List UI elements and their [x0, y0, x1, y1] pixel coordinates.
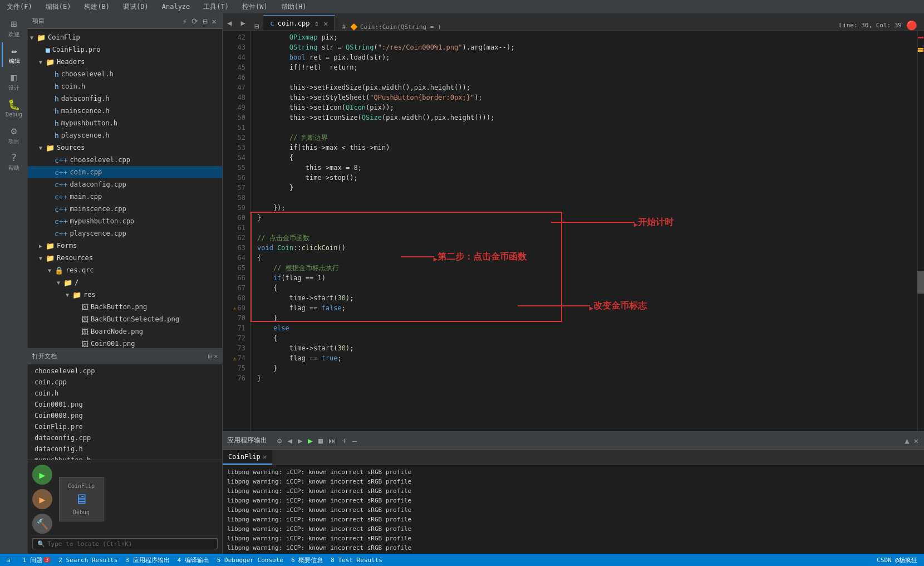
- tree-label-sources: Sources: [57, 144, 85, 152]
- tree-item-mypushbutton-h[interactable]: h mypushbutton.h: [28, 117, 222, 129]
- tab-coin-cpp[interactable]: c coin.cpp ⇕ ✕: [263, 15, 336, 31]
- open-doc-coin0001-png[interactable]: Coin0001.png: [28, 399, 222, 410]
- sidebar-item-debug[interactable]: 🐛 Debug: [2, 96, 26, 120]
- tab-back-button[interactable]: ◀: [223, 15, 236, 31]
- tab-nav-icon[interactable]: ⇕: [313, 16, 320, 31]
- tree-item-coinflip-pro[interactable]: ■ CoinFlip.pro: [28, 43, 222, 56]
- ln-69: 69: [223, 303, 245, 313]
- tree-item-main-cpp[interactable]: c++ main.cpp: [28, 191, 222, 203]
- sidebar-item-project[interactable]: ⚙ 项目: [2, 123, 26, 147]
- tree-item-playscence-cpp[interactable]: c++ playscence.cpp: [28, 227, 222, 240]
- tab-close-all-icon[interactable]: ⊟: [250, 22, 263, 31]
- ln-54: 54: [223, 153, 245, 163]
- tree-item-forms[interactable]: ▶ 📁 Forms: [28, 240, 222, 252]
- status-tab-test[interactable]: 8 Test Results: [327, 554, 386, 566]
- tree-item-res-folder[interactable]: ▼ 📁 res: [28, 289, 222, 301]
- tree-item-mainscence-cpp[interactable]: c++ mainscence.cpp: [28, 203, 222, 215]
- status-tab-debugger[interactable]: 5 Debugger Console: [214, 554, 287, 566]
- tree-item-coin-h[interactable]: h coin.h: [28, 80, 222, 92]
- menu-help[interactable]: 帮助(H): [279, 1, 309, 13]
- open-doc-coin-h[interactable]: coin.h: [28, 388, 222, 399]
- tree-item-backbuttonselected-png[interactable]: 🖼 BackButtonSelected.png: [28, 313, 222, 325]
- output-btn-stop[interactable]: ■: [317, 435, 324, 446]
- tree-item-resources[interactable]: ▼ 📁 Resources: [28, 252, 222, 264]
- menu-analyze[interactable]: Analyze: [160, 2, 193, 12]
- ln-72: 72: [223, 333, 245, 343]
- status-panel-toggle[interactable]: ⊟: [4, 557, 13, 564]
- tab-forward-button[interactable]: ▶: [236, 15, 249, 31]
- tree-item-playscence-h[interactable]: h playscence.h: [28, 129, 222, 142]
- output-btn-prev[interactable]: ◀: [286, 435, 293, 446]
- open-doc-coinflip-pro[interactable]: CoinFlip.pro: [28, 421, 222, 432]
- run-debug-button[interactable]: ▶: [32, 489, 52, 509]
- tree-item-mypushbutton-cpp[interactable]: c++ mypushbutton.cpp: [28, 215, 222, 227]
- open-doc-dataconfig-h[interactable]: dataconfig.h: [28, 443, 222, 455]
- tree-item-boardnode-png[interactable]: 🖼 BoardNode.png: [28, 325, 222, 338]
- tab-close-button[interactable]: ✕: [323, 19, 328, 28]
- open-doc-dataconfig-cpp[interactable]: dataconfig.cpp: [28, 432, 222, 443]
- tree-item-chooselevel-h[interactable]: h chooselevel.h: [28, 68, 222, 80]
- menu-build[interactable]: 构建(B): [82, 1, 112, 13]
- search-input-box[interactable]: 🔍 Type to locate (Ctrl+K): [32, 539, 218, 549]
- open-doc-chooselevel-cpp[interactable]: chooselevel.cpp: [28, 365, 222, 377]
- sidebar-item-help[interactable]: ? 帮助: [2, 149, 26, 174]
- status-tab-label-summary: 6 概要信息: [291, 556, 323, 564]
- close-panel-icon[interactable]: ✕: [211, 16, 218, 26]
- open-docs-close-icon[interactable]: ✕: [214, 353, 218, 360]
- output-tab-close[interactable]: ✕: [263, 453, 267, 461]
- sidebar-item-design[interactable]: ◧ 设计: [2, 69, 26, 94]
- tree-item-res-qrc[interactable]: ▼ 🔒 res.qrc: [28, 264, 222, 276]
- tree-item-coin001-png[interactable]: 🖼 Coin001.png: [28, 338, 222, 348]
- code-line-75: }: [257, 363, 917, 373]
- output-btn-add[interactable]: +: [341, 435, 347, 446]
- tree-item-backbutton-png[interactable]: 🖼 BackButton.png: [28, 301, 222, 313]
- tree-root[interactable]: ▼ 📁 CoinFlip: [28, 31, 222, 43]
- status-tab-search-results[interactable]: 2 Search Results: [55, 554, 121, 566]
- tree-item-coin-cpp[interactable]: c++ coin.cpp: [28, 166, 222, 178]
- tree-item-chooselevel-cpp[interactable]: c++ chooselevel.cpp: [28, 154, 222, 166]
- output-btn-remove[interactable]: —: [351, 435, 358, 446]
- status-tab-compile[interactable]: 4 编译输出: [174, 554, 213, 566]
- menu-tools[interactable]: 工具(T): [201, 1, 231, 13]
- open-docs-layout-icon[interactable]: ⊟: [208, 353, 212, 360]
- output-btn-forward[interactable]: ⏭: [327, 435, 337, 446]
- status-tab-app-output[interactable]: 3 应用程序输出: [122, 554, 173, 566]
- sidebar-item-edit[interactable]: ✏ 编辑: [2, 42, 26, 67]
- tree-item-mainscence-h[interactable]: h mainscence.h: [28, 105, 222, 117]
- open-doc-coin-cpp[interactable]: coin.cpp: [28, 377, 222, 388]
- output-expand-icon[interactable]: ▲: [903, 435, 910, 446]
- filter-icon[interactable]: ⚡: [181, 16, 188, 26]
- menu-debug[interactable]: 调试(D): [121, 1, 151, 13]
- output-tab-coinflip[interactable]: CoinFlip ✕: [223, 450, 272, 465]
- layout-icon[interactable]: ⊟: [201, 16, 208, 26]
- open-doc-mypushbutton-h[interactable]: mypushbutton.h: [28, 455, 222, 460]
- output-btn-settings[interactable]: ⚙: [276, 435, 283, 446]
- code-line-52: // 判断边界: [257, 133, 917, 143]
- ln-52: 52: [223, 133, 245, 143]
- code-line-74: flag == true;: [257, 353, 917, 363]
- ln-66: 66: [223, 273, 245, 283]
- tree-item-slash[interactable]: ▼ 📁 /: [28, 276, 222, 289]
- tree-item-dataconfig-h[interactable]: h dataconfig.h: [28, 92, 222, 105]
- status-tab-problems[interactable]: 1 问题 3: [19, 554, 55, 566]
- scroll-thumb[interactable]: [917, 271, 924, 294]
- output-btn-next[interactable]: ▶: [297, 435, 303, 446]
- menu-edit[interactable]: 编辑(E): [43, 1, 73, 13]
- output-btn-run[interactable]: ▶: [307, 435, 313, 446]
- tree-item-sources[interactable]: ▼ 📁 Sources: [28, 142, 222, 154]
- code-content[interactable]: QPixmap pix; QString str = QString(":/re…: [250, 31, 917, 431]
- sidebar-item-welcome[interactable]: ⊞ 欢迎: [2, 16, 26, 40]
- scroll-indicator[interactable]: [917, 31, 924, 431]
- open-doc-coin0008-png[interactable]: Coin0008.png: [28, 410, 222, 421]
- run-button[interactable]: ▶: [32, 465, 52, 485]
- output-header: 应用程序输出 ⚙ ◀ ▶ ▶ ■ ⏭ + — ▲ ✕: [223, 432, 924, 450]
- menu-controls[interactable]: 控件(W): [240, 1, 270, 13]
- tree-item-headers[interactable]: ▼ 📁 Headers: [28, 56, 222, 68]
- build-button[interactable]: 🔨: [32, 514, 52, 534]
- tree-item-dataconfig-cpp[interactable]: c++ dataconfig.cpp: [28, 178, 222, 191]
- sync-icon[interactable]: ⟳: [190, 16, 199, 26]
- output-close-icon[interactable]: ✕: [913, 435, 920, 446]
- menu-file[interactable]: 文件(F): [4, 1, 35, 13]
- status-tab-summary[interactable]: 6 概要信息: [288, 554, 326, 566]
- code-line-42: QPixmap pix;: [257, 32, 917, 42]
